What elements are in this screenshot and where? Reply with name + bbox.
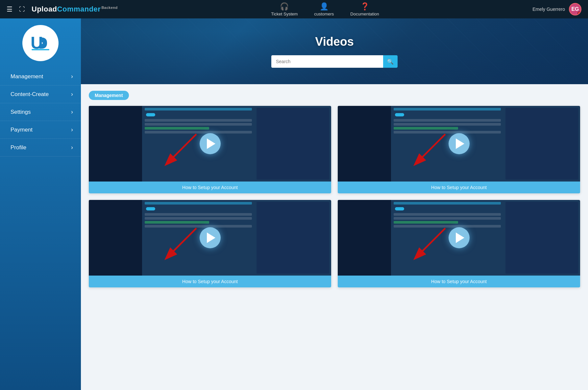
video-label-1: How to Setup your Account	[89, 182, 331, 193]
logo-svg: U	[29, 32, 52, 55]
user-name: Emely Guerrero	[532, 7, 565, 12]
avatar[interactable]: EG	[569, 3, 581, 15]
sim-right-3	[257, 202, 329, 274]
video-label-4: How to Setup your Account	[338, 276, 580, 287]
sim-toggle-4	[395, 207, 404, 210]
sim-row-2d	[394, 127, 458, 130]
sim-row-3b	[145, 213, 252, 216]
sidebar-logo: U	[22, 25, 59, 61]
sidebar: U Management › Content-Create › Settings…	[0, 18, 81, 390]
sim-row-4	[145, 127, 209, 130]
sim-toggle-1	[146, 113, 155, 116]
sidebar-item-settings-label: Settings	[11, 109, 31, 115]
sidebar-item-content-create-label: Content-Create	[11, 91, 49, 98]
chevron-icon-content-create: ›	[71, 91, 73, 98]
sim-row-2e	[394, 131, 501, 134]
video-card-1[interactable]: How to Setup your Account	[89, 106, 331, 193]
documentation-icon: ❓	[360, 2, 369, 11]
nav-documentation[interactable]: ❓ Documentation	[350, 2, 379, 16]
search-bar: 🔍	[271, 55, 398, 68]
sim-row-4e	[394, 225, 501, 228]
section-badge: Management	[89, 91, 129, 100]
sim-toggle-3	[146, 207, 155, 210]
documentation-label: Documentation	[350, 12, 379, 16]
sidebar-item-payment-label: Payment	[11, 127, 33, 133]
video-card-2[interactable]: How to Setup your Account	[338, 106, 580, 193]
sim-row-2b	[394, 119, 501, 122]
sim-row-4a	[394, 202, 501, 205]
sim-row-4d	[394, 221, 458, 224]
sim-right-4	[505, 202, 578, 274]
chevron-icon-profile: ›	[71, 144, 73, 151]
sim-row-3a	[145, 202, 252, 205]
sim-right-1	[257, 108, 329, 180]
sim-toggle-2	[395, 113, 404, 116]
nav-ticket-system[interactable]: 🎧 Ticket System	[271, 2, 298, 16]
video-grid: How to Setup your Account	[89, 106, 580, 287]
sim-main-3	[142, 200, 255, 276]
main-content: Videos 🔍 Management	[81, 18, 588, 390]
ticket-icon: 🎧	[280, 2, 289, 11]
sim-main-2	[391, 106, 503, 182]
search-button[interactable]: 🔍	[383, 55, 398, 68]
sim-ui-3	[89, 200, 331, 276]
video-card-3[interactable]: How to Setup your Account	[89, 200, 331, 287]
sim-row-3e	[145, 225, 252, 228]
logo-text: UploadCommanderBackend	[32, 5, 118, 13]
sim-sidebar-2	[338, 106, 391, 182]
hero-buildings	[81, 18, 588, 84]
customers-label: customers	[314, 12, 334, 16]
page-title: Videos	[315, 35, 354, 49]
topnav-center: 🎧 Ticket System 👤 customers ❓ Documentat…	[118, 2, 532, 16]
sim-row-2a	[394, 108, 501, 110]
video-thumb-2	[338, 106, 580, 182]
sim-sidebar-3	[89, 200, 142, 276]
power-dot	[577, 12, 581, 15]
video-thumb-4	[338, 200, 580, 276]
sidebar-item-profile-label: Profile	[11, 144, 26, 151]
video-thumb-3	[89, 200, 331, 276]
video-thumb-1	[89, 106, 331, 182]
sim-sidebar-1	[89, 106, 142, 182]
sim-main-4	[391, 200, 503, 276]
sim-main-1	[142, 106, 255, 182]
ticket-label: Ticket System	[271, 12, 298, 16]
chevron-icon-settings: ›	[71, 109, 73, 115]
topnav-right: Emely Guerrero EG	[532, 3, 581, 15]
sim-ui-1	[89, 106, 331, 182]
expand-icon[interactable]: ⛶	[19, 6, 25, 13]
logo-area: UploadCommanderBackend	[32, 5, 118, 13]
video-card-4[interactable]: How to Setup your Account	[338, 200, 580, 287]
sim-row-4c	[394, 217, 501, 220]
chevron-icon-management: ›	[71, 73, 73, 80]
sim-sidebar-4	[338, 200, 391, 276]
sidebar-item-content-create[interactable]: Content-Create ›	[0, 85, 81, 103]
sidebar-item-settings[interactable]: Settings ›	[0, 103, 81, 121]
sim-right-2	[505, 108, 578, 180]
sim-row-3	[145, 123, 252, 126]
sim-row-1	[145, 108, 252, 110]
sim-row-3c	[145, 217, 252, 220]
sidebar-item-profile[interactable]: Profile ›	[0, 139, 81, 157]
layout: U Management › Content-Create › Settings…	[0, 18, 588, 390]
content-area: Management	[81, 84, 588, 390]
hero-banner: Videos 🔍	[81, 18, 588, 84]
sidebar-menu: Management › Content-Create › Settings ›…	[0, 68, 81, 157]
sim-row-4b	[394, 213, 501, 216]
video-label-2: How to Setup your Account	[338, 182, 580, 193]
sim-row-2c	[394, 123, 501, 126]
sidebar-item-payment[interactable]: Payment ›	[0, 121, 81, 139]
topnav: ☰ ⛶ UploadCommanderBackend 🎧 Ticket Syst…	[0, 0, 588, 18]
nav-customers[interactable]: 👤 customers	[314, 2, 334, 16]
sidebar-item-management-label: Management	[11, 73, 43, 80]
customers-icon: 👤	[320, 2, 329, 11]
sim-row-5	[145, 131, 252, 134]
video-label-3: How to Setup your Account	[89, 276, 331, 287]
sim-ui-4	[338, 200, 580, 276]
sim-row-2	[145, 119, 252, 122]
hamburger-icon[interactable]: ☰	[7, 5, 12, 13]
chevron-icon-payment: ›	[71, 126, 73, 133]
sidebar-item-management[interactable]: Management ›	[0, 68, 81, 85]
search-input[interactable]	[271, 55, 383, 68]
sim-ui-2	[338, 106, 580, 182]
